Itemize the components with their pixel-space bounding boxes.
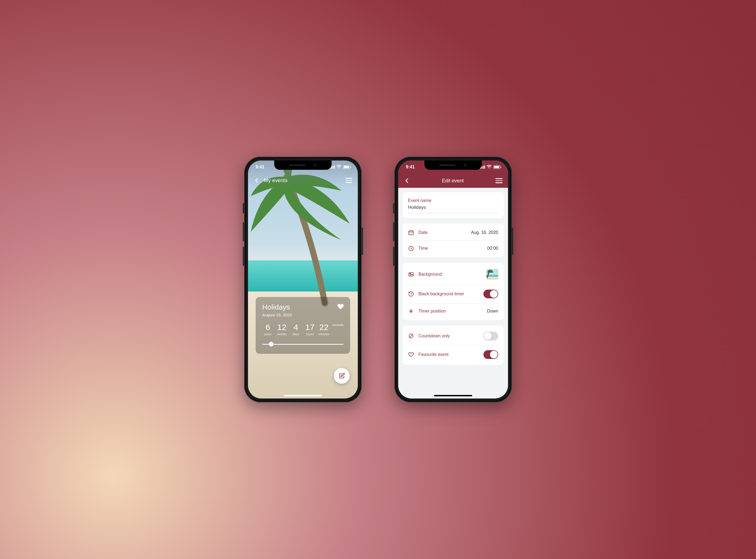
wifi-icon (487, 164, 492, 170)
heart-icon[interactable] (337, 303, 344, 310)
no-eye-icon (408, 333, 414, 339)
event-date: August 16, 2020 (262, 313, 344, 317)
status-time: 9:41 (406, 164, 415, 170)
countdown-row: 6years 12months 4days 17hours 22minutes … (262, 322, 344, 336)
align-icon (408, 308, 414, 314)
row-background[interactable]: Background (403, 264, 504, 285)
svg-point-6 (410, 273, 411, 274)
home-indicator[interactable] (434, 395, 472, 396)
card-date-time: Date Aug. 16. 2020 Time 00:00 (403, 224, 504, 258)
screen-my-events: 9:41 My events Holidays August 16, 2020 … (248, 160, 358, 399)
card-event-name: Event name (403, 192, 504, 218)
edit-form: Event name Date Aug. 16. 2020 Time 00:00 (403, 192, 504, 393)
svg-rect-5 (409, 273, 413, 276)
menu-icon[interactable] (345, 178, 352, 183)
card-appearance: Background Black background timer Timer … (403, 263, 504, 320)
row-date[interactable]: Date Aug. 16. 2020 (403, 225, 504, 241)
row-black-bg-timer[interactable]: Black background timer (403, 285, 504, 303)
page-slider[interactable] (262, 342, 344, 346)
back-icon[interactable] (404, 177, 410, 184)
row-countdown-only[interactable]: Countdown only (403, 327, 504, 345)
calendar-icon (408, 229, 414, 236)
page-title: Edit event (410, 178, 495, 184)
status-time: 9:41 (256, 164, 264, 170)
svg-line-9 (409, 334, 413, 338)
phone-frame-left: 9:41 My events Holidays August 16, 2020 … (244, 157, 362, 402)
menu-icon[interactable] (495, 178, 502, 183)
row-timer-position[interactable]: Timer position Down (403, 303, 504, 319)
image-icon (408, 271, 414, 277)
battery-icon (493, 165, 500, 169)
screen-edit-event: 9:41 Edit event Event name (398, 160, 508, 399)
row-time[interactable]: Time 00:00 (403, 241, 504, 256)
value-timer-position: Down (487, 309, 498, 314)
navbar-my-events: My events (248, 174, 358, 187)
card-options: Countdown only Favourite event (403, 326, 504, 365)
clock-icon (408, 245, 414, 251)
heart-outline-icon (408, 352, 414, 358)
toggle-countdown-only[interactable] (483, 332, 498, 340)
navbar-edit-event: Edit event (398, 174, 508, 188)
slider-thumb[interactable] (269, 342, 274, 346)
value-date: Aug. 16. 2020 (471, 230, 498, 235)
wifi-icon (337, 164, 341, 170)
back-icon[interactable] (254, 177, 260, 184)
toggle-favourite[interactable] (483, 350, 498, 359)
battery-icon (343, 165, 350, 169)
event-background-image (248, 160, 358, 399)
history-icon (408, 291, 414, 297)
phone-frame-right: 9:41 Edit event Event name (394, 157, 512, 402)
edit-event-fab[interactable] (334, 368, 350, 384)
event-title: Holidays (262, 303, 344, 311)
page-title: My events (264, 177, 345, 183)
label-event-name: Event name (403, 193, 504, 205)
value-time: 00:00 (487, 246, 498, 251)
home-indicator[interactable] (284, 395, 322, 396)
background-thumbnail (486, 269, 498, 280)
event-countdown-card[interactable]: Holidays August 16, 2020 6years 12months… (256, 297, 350, 354)
svg-rect-0 (409, 231, 413, 235)
input-event-name[interactable] (408, 205, 498, 210)
edit-icon (339, 373, 345, 379)
row-favourite[interactable]: Favourite event (403, 345, 504, 364)
toggle-black-bg-timer[interactable] (483, 290, 498, 298)
